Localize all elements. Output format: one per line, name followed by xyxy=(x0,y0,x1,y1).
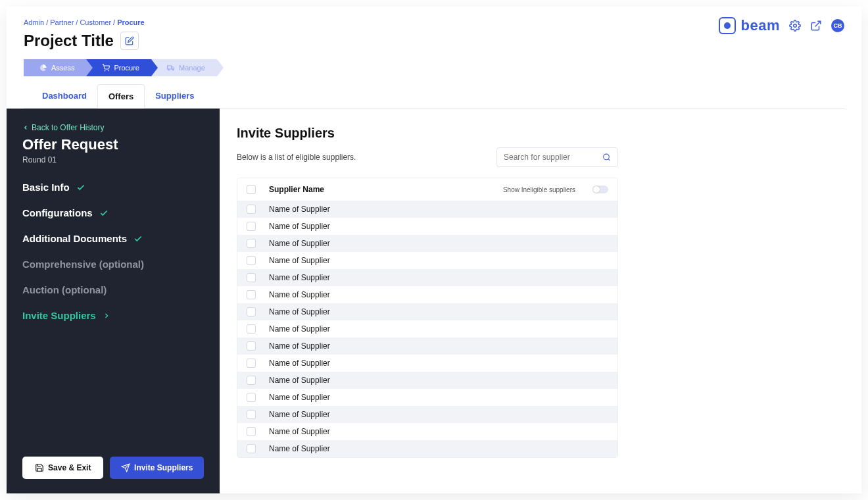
sidebar-step[interactable]: Configurations xyxy=(22,207,204,218)
sidebar-step-label: Invite Suppliers xyxy=(22,310,96,321)
table-row[interactable]: Name of Supplier xyxy=(237,235,617,252)
row-checkbox[interactable] xyxy=(247,341,256,351)
supplier-name-cell: Name of Supplier xyxy=(269,205,330,214)
table-row[interactable]: Name of Supplier xyxy=(237,440,617,457)
stage-label: Procure xyxy=(114,64,139,72)
row-checkbox[interactable] xyxy=(247,273,256,282)
pie-icon xyxy=(39,64,47,72)
svg-point-5 xyxy=(168,69,170,70)
row-checkbox[interactable] xyxy=(247,410,256,419)
table-row[interactable]: Name of Supplier xyxy=(237,269,617,286)
brand-name: beam xyxy=(741,17,780,34)
sidebar-step[interactable]: Comprehensive (optional) xyxy=(22,259,204,270)
breadcrumb-item[interactable]: Customer xyxy=(80,18,111,26)
invite-suppliers-button[interactable]: Invite Suppliers xyxy=(110,457,204,479)
sidebar-title: Offer Request xyxy=(22,136,204,153)
edit-title-button[interactable] xyxy=(120,32,139,50)
invite-suppliers-label: Invite Suppliers xyxy=(134,463,193,472)
subtabs: DashboardOffersSuppliers xyxy=(24,84,844,109)
row-checkbox[interactable] xyxy=(247,444,256,453)
check-icon xyxy=(133,234,143,243)
sidebar-step-label: Auction (optional) xyxy=(22,284,107,295)
row-checkbox[interactable] xyxy=(247,222,256,231)
supplier-name-cell: Name of Supplier xyxy=(269,239,330,248)
svg-line-1 xyxy=(815,21,821,26)
back-to-offer-history[interactable]: Back to Offer History xyxy=(22,123,204,132)
tab-dashboard[interactable]: Dashboard xyxy=(32,84,97,108)
tab-offers[interactable]: Offers xyxy=(97,84,145,109)
search-input[interactable] xyxy=(504,153,602,162)
table-row[interactable]: Name of Supplier xyxy=(237,372,617,389)
tab-suppliers[interactable]: Suppliers xyxy=(145,84,205,108)
row-checkbox[interactable] xyxy=(247,324,256,334)
brand-icon xyxy=(719,17,736,34)
supplier-name-cell: Name of Supplier xyxy=(269,444,330,453)
table-row[interactable]: Name of Supplier xyxy=(237,338,617,355)
row-checkbox[interactable] xyxy=(247,427,256,436)
supplier-name-cell: Name of Supplier xyxy=(269,222,330,231)
sidebar-step[interactable]: Invite Suppliers xyxy=(22,310,204,321)
stage-assess[interactable]: Assess xyxy=(24,59,86,76)
stage-procure[interactable]: Procure xyxy=(86,59,151,76)
row-checkbox[interactable] xyxy=(247,290,256,299)
table-row[interactable]: Name of Supplier xyxy=(237,252,617,269)
sidebar-step[interactable]: Basic Info xyxy=(22,182,204,193)
supplier-name-cell: Name of Supplier xyxy=(269,290,330,299)
row-checkbox[interactable] xyxy=(247,393,256,402)
row-checkbox[interactable] xyxy=(247,307,256,316)
table-row[interactable]: Name of Supplier xyxy=(237,355,617,372)
avatar[interactable]: CB xyxy=(831,19,844,32)
table-row[interactable]: Name of Supplier xyxy=(237,406,617,423)
table-row[interactable]: Name of Supplier xyxy=(237,201,617,218)
table-row[interactable]: Name of Supplier xyxy=(237,303,617,320)
cart-icon xyxy=(102,64,110,72)
row-checkbox[interactable] xyxy=(247,359,256,368)
svg-point-2 xyxy=(105,70,105,71)
save-icon xyxy=(35,463,44,472)
save-exit-button[interactable]: Save & Exit xyxy=(22,457,103,479)
sidebar-step-label: Additional Documents xyxy=(22,233,127,244)
table-row[interactable]: Name of Supplier xyxy=(237,286,617,303)
save-exit-label: Save & Exit xyxy=(48,463,91,472)
sidebar-step[interactable]: Additional Documents xyxy=(22,233,204,244)
svg-point-6 xyxy=(172,69,174,70)
sidebar-step-label: Basic Info xyxy=(22,182,70,193)
select-all-checkbox[interactable] xyxy=(247,185,256,194)
supplier-search[interactable] xyxy=(496,147,618,167)
table-row[interactable]: Name of Supplier xyxy=(237,423,617,440)
supplier-name-cell: Name of Supplier xyxy=(269,307,330,316)
check-icon xyxy=(76,183,85,192)
row-checkbox[interactable] xyxy=(247,205,256,214)
breadcrumb-separator: / xyxy=(46,18,48,26)
show-ineligible-toggle[interactable] xyxy=(592,186,608,193)
table-row[interactable]: Name of Supplier xyxy=(237,389,617,406)
row-checkbox[interactable] xyxy=(247,239,256,248)
brand-logo: beam xyxy=(719,17,780,34)
back-link-label: Back to Offer History xyxy=(32,123,104,132)
supplier-name-cell: Name of Supplier xyxy=(269,376,330,385)
breadcrumb-separator: / xyxy=(113,18,115,26)
breadcrumb-item[interactable]: Partner xyxy=(50,18,74,26)
stage-label: Assess xyxy=(51,64,74,72)
truck-icon xyxy=(167,64,175,72)
table-row[interactable]: Name of Supplier xyxy=(237,218,617,235)
svg-line-10 xyxy=(608,159,610,161)
sidebar-step[interactable]: Auction (optional) xyxy=(22,284,204,295)
chevron-right-icon xyxy=(103,312,110,320)
supplier-name-cell: Name of Supplier xyxy=(269,256,330,265)
gear-icon[interactable] xyxy=(789,20,801,32)
table-row[interactable]: Name of Supplier xyxy=(237,320,617,338)
chevron-left-icon xyxy=(22,124,29,131)
stage-manage[interactable]: Manage xyxy=(151,59,217,76)
breadcrumb-item[interactable]: Admin xyxy=(24,18,44,26)
external-link-icon[interactable] xyxy=(810,20,822,32)
breadcrumb-item[interactable]: Procure xyxy=(117,18,145,26)
sidebar-subtitle: Round 01 xyxy=(22,155,204,164)
row-checkbox[interactable] xyxy=(247,256,256,265)
supplier-name-cell: Name of Supplier xyxy=(269,359,330,368)
column-header-supplier-name: Supplier Name xyxy=(269,185,324,194)
main-description: Below is a list of eligible suppliers. xyxy=(237,153,356,162)
supplier-name-cell: Name of Supplier xyxy=(269,410,330,419)
supplier-name-cell: Name of Supplier xyxy=(269,393,330,402)
row-checkbox[interactable] xyxy=(247,376,256,385)
